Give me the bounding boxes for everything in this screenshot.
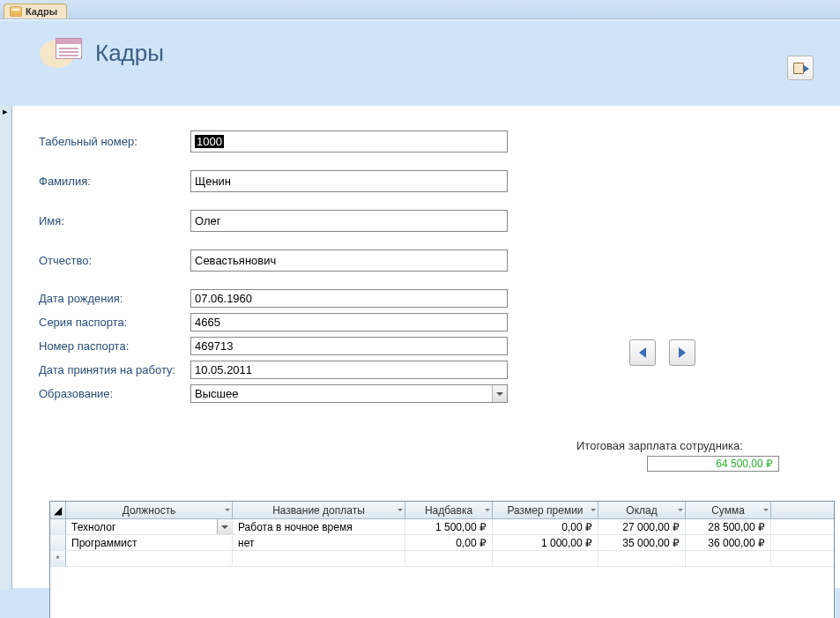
close-form-button[interactable]	[787, 56, 814, 80]
emp-no-input[interactable]: 1000	[190, 130, 508, 153]
dob-label: Дата рождения:	[39, 292, 190, 305]
subform-header: ◢ Должность Название доплаты Надбавка Ра…	[50, 502, 834, 519]
patronymic-label: Отчество:	[39, 254, 190, 267]
chevron-down-icon	[225, 509, 230, 511]
door-exit-icon	[793, 61, 807, 75]
col-position[interactable]: Должность	[66, 502, 233, 518]
hire-date-label: Дата принятия на работу:	[39, 363, 190, 376]
cell-sum[interactable]: 28 500,00 ₽	[686, 519, 771, 534]
cell-premium[interactable]: 1 000,00 ₽	[493, 535, 598, 550]
passport-no-label: Номер паспорта:	[39, 339, 190, 353]
education-label: Образование:	[39, 387, 190, 400]
row-selector[interactable]	[50, 535, 66, 550]
tab-label: Кадры	[26, 6, 57, 17]
chevron-down-icon	[591, 509, 596, 511]
current-record-marker-icon: ▸	[0, 106, 11, 117]
passport-series-input[interactable]	[190, 313, 508, 331]
record-selector[interactable]: ▸	[0, 106, 12, 589]
cell-bonus-name[interactable]: нет	[233, 535, 405, 550]
lastname-input[interactable]	[190, 170, 508, 192]
patronymic-input[interactable]	[190, 249, 508, 272]
row-selector[interactable]	[50, 519, 66, 534]
new-record-icon[interactable]: *	[50, 551, 66, 566]
positions-subform: ◢ Должность Название доплаты Надбавка Ра…	[49, 501, 835, 618]
emp-no-label: Табельный номер:	[39, 135, 190, 148]
cell-position[interactable]: Технолог	[66, 519, 233, 534]
subform-body: Технолог Работа в ночное время 1 500,00 …	[50, 519, 834, 618]
firstname-input[interactable]	[190, 210, 508, 232]
passport-no-input[interactable]	[190, 337, 508, 355]
table-row[interactable]: Программист нет 0,00 ₽ 1 000,00 ₽ 35 000…	[50, 535, 834, 551]
col-premium[interactable]: Размер премии	[493, 502, 598, 518]
cell-allowance[interactable]: 0,00 ₽	[405, 535, 493, 550]
form-header: Кадры	[0, 20, 840, 86]
tab-kadry[interactable]: Кадры	[4, 4, 67, 19]
cell-premium[interactable]: 0,00 ₽	[493, 519, 598, 534]
chevron-down-icon	[485, 509, 490, 511]
col-bonus-name[interactable]: Название доплаты	[233, 502, 405, 518]
cell-allowance[interactable]: 1 500,00 ₽	[405, 519, 493, 534]
table-row-new[interactable]: *	[50, 551, 834, 567]
prev-record-button[interactable]	[629, 339, 656, 366]
emp-no-value: 1000	[195, 135, 224, 148]
cell-bonus-name[interactable]: Работа в ночное время	[233, 519, 405, 534]
col-salary[interactable]: Оклад	[598, 502, 686, 518]
hire-date-input[interactable]	[190, 361, 508, 379]
chevron-down-icon	[398, 509, 403, 511]
cell-sum[interactable]: 36 000,00 ₽	[686, 535, 771, 550]
cell-salary[interactable]: 35 000,00 ₽	[598, 535, 686, 550]
form-logo-icon	[40, 36, 82, 71]
tab-bar: Кадры	[0, 0, 840, 19]
col-sum[interactable]: Сумма	[686, 502, 771, 518]
passport-series-label: Серия паспорта:	[39, 316, 190, 329]
cell-position[interactable]: Программист	[66, 535, 233, 550]
subform-select-all[interactable]: ◢	[50, 502, 66, 518]
total-salary-label: Итоговая зарплата сотрудника:	[576, 439, 743, 452]
form-icon	[10, 6, 22, 17]
chevron-down-icon	[678, 509, 683, 511]
total-salary-value: 64 500,00 ₽	[647, 456, 779, 472]
chevron-down-icon[interactable]	[492, 385, 507, 402]
detail-section: Табельный номер: 1000 Фамилия: Имя: Отче…	[12, 106, 840, 588]
dob-input[interactable]	[190, 289, 508, 308]
form-body: Кадры ▸ Табельный номер: 1000 Фамилия: И…	[0, 19, 840, 618]
education-value: Высшее	[191, 387, 492, 400]
form-title: Кадры	[95, 40, 164, 67]
table-row[interactable]: Технолог Работа в ночное время 1 500,00 …	[50, 519, 834, 535]
firstname-label: Имя:	[39, 214, 190, 227]
col-allowance[interactable]: Надбавка	[405, 502, 493, 518]
next-record-button[interactable]	[669, 339, 695, 366]
education-combo[interactable]: Высшее	[190, 384, 508, 403]
cell-salary[interactable]: 27 000,00 ₽	[598, 519, 686, 534]
chevron-down-icon[interactable]	[217, 519, 232, 534]
chevron-down-icon	[763, 509, 769, 511]
lastname-label: Фамилия:	[39, 175, 190, 188]
